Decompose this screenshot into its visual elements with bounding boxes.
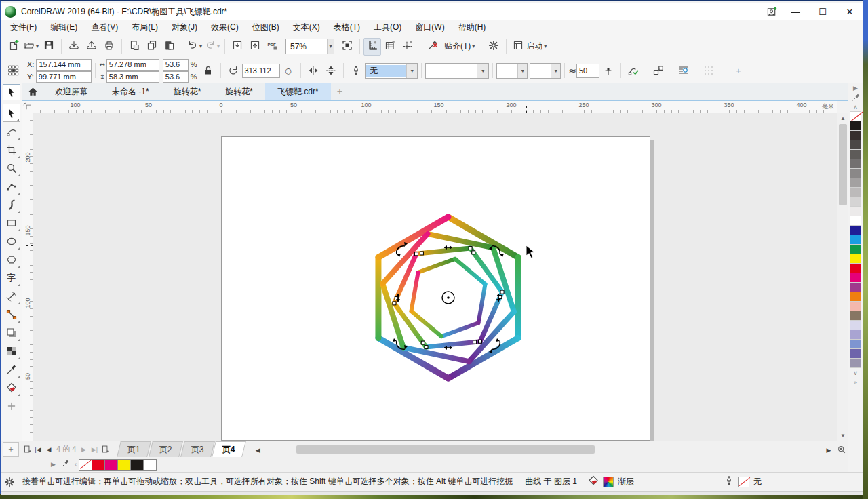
palette-swatch-a3a1a1[interactable]	[850, 178, 861, 188]
maximize-button[interactable]: ☐	[809, 3, 836, 20]
launch-dropdown[interactable]: 启动▾	[510, 38, 549, 56]
scroll-down-arrow[interactable]: ▼	[837, 431, 848, 441]
document-tab-4[interactable]: 飞镖靶.cdr*	[265, 83, 331, 100]
paste-button[interactable]	[161, 38, 178, 56]
object-height-field[interactable]: 58.3 mm	[106, 71, 159, 83]
palette-swatch-ef7f10[interactable]	[850, 292, 861, 302]
selection-node[interactable]	[472, 251, 475, 254]
outline-width-combo[interactable]: 无▾	[365, 63, 418, 79]
curve-tool[interactable]	[3, 177, 20, 195]
palette-swatch-119949[interactable]	[850, 244, 861, 254]
artistic-media-tool[interactable]	[3, 195, 20, 214]
print-button[interactable]	[100, 38, 118, 56]
scale-y-field[interactable]: 53.6	[163, 71, 189, 83]
docpal-scroll-left-icon[interactable]: ‹	[75, 461, 77, 468]
palette-swatch-d5d4d4[interactable]	[850, 197, 861, 207]
add-tools[interactable]	[3, 397, 20, 415]
options-gear-button[interactable]	[485, 38, 502, 56]
palette-swatch-877663[interactable]	[850, 311, 861, 321]
full-screen-preview-button[interactable]	[338, 38, 356, 56]
document-tab-0[interactable]: 欢迎屏幕	[43, 83, 100, 100]
rotation-angle-field[interactable]: 313.112	[242, 64, 280, 78]
menu-item-11[interactable]: 帮助(H)	[452, 20, 493, 35]
palette-eyedropper-icon[interactable]	[848, 93, 863, 102]
close-button[interactable]: ✕	[836, 3, 863, 20]
selection-node[interactable]	[421, 341, 425, 344]
palette-swatch-9b96ae[interactable]	[850, 358, 861, 368]
redo-button[interactable]: ▾	[203, 38, 221, 56]
doc-palette-swatch-f8ec00[interactable]	[117, 459, 131, 471]
menu-item-10[interactable]: 窗口(W)	[408, 20, 451, 35]
doc-palette-swatch-e6001c[interactable]	[92, 459, 105, 471]
sign-in-icon[interactable]	[762, 3, 782, 20]
first-page-button[interactable]: |◀	[33, 443, 43, 456]
page-tab-4[interactable]: 页4	[212, 441, 246, 457]
rectangle-tool[interactable]	[3, 214, 20, 232]
selection-node[interactable]	[420, 252, 423, 255]
hexagon-spiral-artwork[interactable]	[33, 113, 837, 441]
menu-item-8[interactable]: 表格(T)	[327, 20, 367, 35]
palette-swatch-6e64ab[interactable]	[850, 348, 861, 359]
horizontal-scrollbar[interactable]: ◀ ▶	[252, 444, 834, 455]
drawing-canvas[interactable]	[33, 113, 837, 441]
ellipse-tool[interactable]	[3, 232, 20, 250]
save-button[interactable]	[40, 38, 58, 56]
crop-tool[interactable]	[3, 140, 20, 159]
show-guidelines-button[interactable]	[399, 38, 416, 56]
menu-item-9[interactable]: 工具(O)	[367, 20, 408, 35]
customize-plus-button[interactable]: ＋	[730, 62, 747, 79]
page-tab-2[interactable]: 页2	[149, 441, 182, 457]
undo-button[interactable]: ▾	[186, 38, 203, 56]
menu-item-5[interactable]: 效果(C)	[204, 20, 245, 35]
doc-palette-swatch-e50078[interactable]	[104, 459, 118, 471]
end-arrowhead-combo[interactable]: ▾	[530, 63, 561, 79]
palette-swatch-8a8888[interactable]	[850, 168, 861, 178]
shape-tool[interactable]	[3, 122, 20, 140]
pick-tool[interactable]	[3, 104, 20, 122]
new-document-button[interactable]	[5, 38, 22, 56]
vertical-ruler[interactable]: 20015010050	[22, 113, 33, 441]
docpal-eyedropper-icon[interactable]	[61, 460, 69, 469]
start-arrowhead-combo[interactable]: ▾	[496, 63, 528, 79]
export-button[interactable]	[246, 38, 264, 56]
mirror-vertical-button[interactable]	[322, 62, 340, 79]
selection-node[interactable]	[425, 346, 428, 349]
menu-item-0[interactable]: 文件(F)	[3, 20, 43, 35]
add-page-after-icon[interactable]	[100, 443, 111, 456]
palette-scroll-down-icon[interactable]: ∨	[848, 368, 863, 378]
object-y-field[interactable]: 99.771 mm	[36, 71, 92, 83]
palette-scroll-up-icon[interactable]: ∧	[848, 102, 863, 112]
accept-smoothing-button[interactable]	[625, 62, 642, 79]
copy-button[interactable]	[143, 38, 161, 56]
horizontal-ruler[interactable]: 10050050100150200250300350400毫米	[33, 101, 837, 113]
fill-color-swatch[interactable]	[603, 477, 614, 487]
palette-expand-icon[interactable]: »	[848, 378, 863, 387]
text-tool[interactable]: 字	[3, 268, 20, 287]
vertical-scrollbar[interactable]: ▲ ▼	[837, 113, 848, 441]
zoom-tool[interactable]	[3, 159, 20, 177]
document-navigator-icon[interactable]	[835, 443, 848, 456]
color-eyedropper-tool[interactable]	[3, 360, 20, 378]
rotation-pivot[interactable]	[442, 292, 454, 304]
previous-page-button[interactable]: ◀	[43, 443, 54, 456]
doc-palette-swatch-none[interactable]	[79, 459, 92, 471]
import-button[interactable]	[229, 38, 246, 56]
smoothness-field[interactable]: 50	[576, 64, 599, 78]
show-grid-button[interactable]	[381, 38, 399, 56]
palette-swatch-none[interactable]	[850, 111, 861, 121]
status-gear-icon[interactable]	[1, 473, 18, 491]
palette-swatch-f4b8ad[interactable]	[850, 301, 861, 311]
minimize-button[interactable]: —	[782, 3, 809, 20]
smoothness-slider-button[interactable]	[599, 62, 617, 79]
lock-ratio-button[interactable]	[199, 62, 217, 79]
outline-color-swatch[interactable]	[738, 477, 749, 487]
drop-shadow-tool[interactable]	[3, 323, 20, 342]
vertical-scroll-thumb[interactable]	[839, 124, 847, 205]
menu-item-6[interactable]: 位图(B)	[245, 20, 286, 35]
mirror-horizontal-button[interactable]	[304, 62, 322, 79]
hexagon-3-edge-5[interactable]	[411, 273, 418, 311]
add-page-before-icon[interactable]	[22, 443, 33, 456]
palette-swatch-a9a4d2[interactable]	[850, 330, 861, 340]
palette-swatch-7e95d1[interactable]	[850, 339, 861, 349]
palette-swatch-e6001c[interactable]	[850, 263, 861, 273]
